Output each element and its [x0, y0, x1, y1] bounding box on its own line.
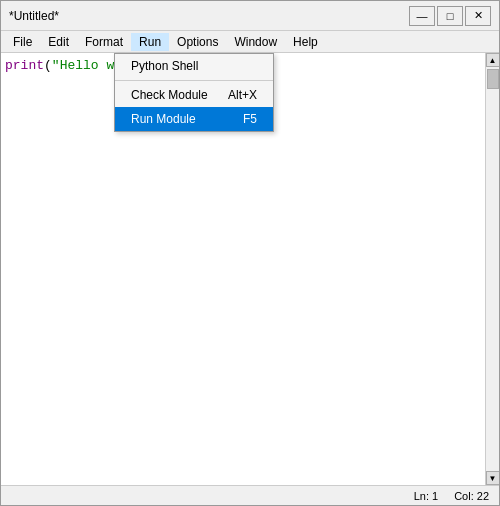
scroll-thumb[interactable]	[487, 69, 499, 89]
code-keyword: print	[5, 58, 44, 73]
menu-bar: File Edit Format Run Options Window Help…	[1, 31, 499, 53]
window-title: *Untitled*	[9, 9, 59, 23]
status-bar: Ln: 1 Col: 22	[1, 485, 499, 505]
menu-format[interactable]: Format	[77, 33, 131, 51]
dropdown-check-module[interactable]: Check Module Alt+X	[115, 83, 273, 107]
title-buttons: — □ ✕	[409, 6, 491, 26]
dropdown-python-shell[interactable]: Python Shell	[115, 54, 273, 78]
menu-run[interactable]: Run	[131, 33, 169, 51]
menu-options[interactable]: Options	[169, 33, 226, 51]
status-line: Ln: 1	[414, 490, 438, 502]
status-col: Col: 22	[454, 490, 489, 502]
title-bar: *Untitled* — □ ✕	[1, 1, 499, 31]
dropdown-run-module[interactable]: Run Module F5	[115, 107, 273, 131]
scroll-down-button[interactable]: ▼	[486, 471, 500, 485]
maximize-button[interactable]: □	[437, 6, 463, 26]
menu-help[interactable]: Help	[285, 33, 326, 51]
dropdown-separator	[115, 80, 273, 81]
scroll-up-button[interactable]: ▲	[486, 53, 500, 67]
run-dropdown: Python Shell Check Module Alt+X Run Modu…	[114, 53, 274, 132]
menu-file[interactable]: File	[5, 33, 40, 51]
menu-window[interactable]: Window	[226, 33, 285, 51]
main-window: *Untitled* — □ ✕ File Edit Format Run Op…	[0, 0, 500, 506]
minimize-button[interactable]: —	[409, 6, 435, 26]
vertical-scrollbar[interactable]: ▲ ▼	[485, 53, 499, 485]
close-button[interactable]: ✕	[465, 6, 491, 26]
menu-edit[interactable]: Edit	[40, 33, 77, 51]
